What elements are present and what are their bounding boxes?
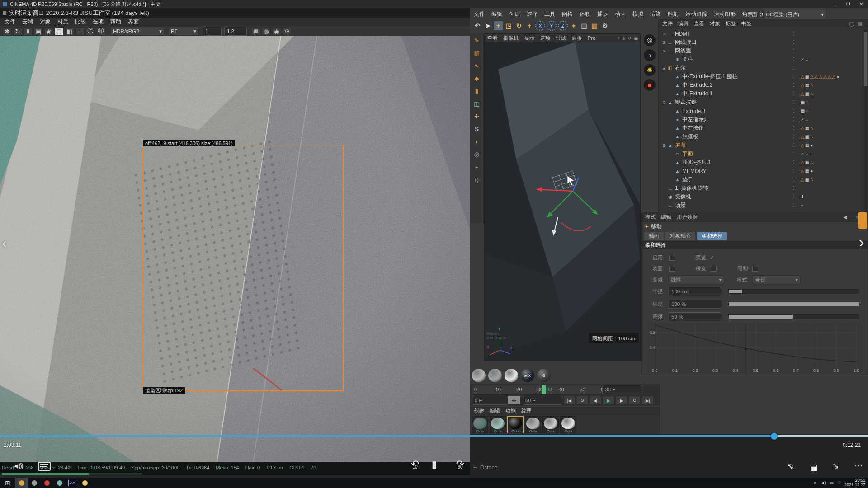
c4d-menu-item-1[interactable]: 编辑 [491,10,502,18]
tag-sgray-icon[interactable]: ● [836,75,839,79]
snapshot-icon[interactable]: ◉ [272,27,281,35]
c4d-menu-item-11[interactable]: 雕刻 [668,10,679,18]
taskbar-app-recorder[interactable] [41,478,53,488]
object-row-Extrude.3[interactable]: ▲Extrude.3⁚▦∴ [659,107,868,115]
taskbar-app-browser[interactable] [15,478,28,488]
octane-specular-material-button[interactable] [505,369,518,382]
tag-cross-icon[interactable]: ▦ [805,178,809,182]
vp-menu-item-1[interactable]: 摄像机 [503,35,519,42]
expand-icon[interactable]: ⊟ [661,66,667,70]
pause-button[interactable]: Ⅱ [432,460,437,472]
object-row-键盘按键[interactable]: ⊟▲键盘按键⁚▦∴ [659,98,868,107]
visibility-dots[interactable]: ⁚ [788,31,800,37]
mode-dropdown[interactable]: 全部▾ [753,275,801,284]
om-menu-item-5[interactable]: 书签 [741,20,752,27]
goto-start-button[interactable]: |◀ [563,396,575,405]
frame-step-buttons[interactable]: ◂ ▸ [507,396,521,405]
vp-menu-item-3[interactable]: 选项 [540,35,551,42]
tag-tri-icon[interactable]: △ [801,92,804,96]
scale-tool-icon[interactable]: ◳ [504,21,513,30]
c4d-menu-item-9[interactable]: 模拟 [632,10,643,18]
visibility-dots[interactable]: ⁚ [788,151,800,157]
visibility-dots[interactable]: ⁚ [788,177,800,183]
object-row-网线接口[interactable]: ⊞∟网线接口⁚ [659,38,868,47]
loop-mode-button[interactable]: ↻ [576,396,588,405]
carousel-prev-icon[interactable]: ‹ [2,234,7,252]
oct-menu-item-0[interactable]: 文件 [5,18,15,26]
viewport-corner-icon-1[interactable]: ⤓ [623,35,625,41]
surface-checkbox[interactable] [669,266,675,272]
volume-icon[interactable]: ◄))) [13,462,23,469]
tag-check-icon[interactable]: ✓ [801,57,804,62]
tag-tri-icon[interactable]: △ [823,75,827,79]
c4d-menu-item-2[interactable]: 创建 [509,10,520,18]
viewport-corner-icon-3[interactable]: ▣ [634,36,638,41]
grab-tool-icon[interactable]: ✣ [472,111,482,121]
mat-menu-item-1[interactable]: 编辑 [490,408,500,414]
tag-sblack-icon[interactable]: ● [809,152,812,156]
visibility-dots[interactable]: ⁚ [788,91,800,97]
object-row-中右按钮[interactable]: ▲中右按钮⁚△▦∴ [659,124,868,132]
tag-tri-icon[interactable]: △ [810,75,814,79]
current-frame-field[interactable]: 33 F [602,385,642,394]
kernel-dropdown[interactable]: PT▾ [168,27,199,36]
material-thumb-2[interactable]: Octa [507,416,524,433]
subtitle-icon[interactable] [38,462,51,471]
interface-dropdown[interactable]: OC渲染 (用户)▾ [763,10,826,19]
oct-menu-item-7[interactable]: 界面 [128,18,139,26]
tag-check-icon[interactable]: ✓ [801,117,804,122]
lock-icon[interactable]: ◍ [262,27,271,35]
focus-picker-icon[interactable]: Ⓕ [86,27,95,36]
tray-icon-0[interactable]: ∧ [813,480,816,485]
taskbar-app-teal[interactable] [53,478,66,488]
c4d-menu-item-3[interactable]: 选择 [527,10,538,18]
vp-menu-item-4[interactable]: 过滤 [556,35,566,42]
maximize-button[interactable]: ❐ [842,1,854,7]
spline-icon[interactable]: ∿ [472,61,482,70]
object-row-HDMI[interactable]: ⊞∟HDMI⁚ [659,29,868,38]
viewport-3d-scene[interactable] [485,42,640,361]
magnet-tool-icon[interactable]: ◎ [472,149,482,159]
select-tool-icon[interactable]: ➤ [483,21,492,30]
object-row-屏幕[interactable]: ⊟▲屏幕⁚△▦● [659,141,868,150]
tag-cross-icon[interactable]: ▦ [805,75,809,79]
object-manager-scrollbar[interactable] [864,29,867,218]
tag-dots-icon[interactable]: ∴ [810,135,813,139]
radius-slider[interactable] [728,289,859,294]
eraser-checkbox[interactable] [711,266,717,272]
object-row-中-Extrude.1[interactable]: ▲中-Extrude.1⁚△▦∴ [659,89,868,98]
tag-tri-icon[interactable]: △ [801,126,804,131]
om-menu-item-4[interactable]: 标签 [726,20,736,27]
timeline-playhead[interactable] [542,385,546,394]
c4d-menu-item-13[interactable]: 运动图形 [714,10,736,18]
keyboard-icon[interactable]: ▤ [810,463,817,472]
brackets-icon[interactable]: () [472,174,482,184]
tag-cross-icon[interactable]: ▦ [801,109,805,113]
visibility-dots[interactable]: ⁚ [788,48,800,54]
c4d-menu-item-4[interactable]: 工具 [544,10,555,18]
end-frame-field[interactable]: 60 F [523,396,562,405]
tag-cross-icon[interactable]: ▦ [801,100,805,105]
soft-selection-section[interactable]: 柔和选择 [642,241,868,249]
c4d-menu-item-7[interactable]: 捕捉 [597,10,608,18]
object-row-网线盖[interactable]: ⊞∟网线盖⁚ [659,47,868,55]
video-progress-handle[interactable] [771,433,778,440]
octane-settings-button[interactable]: ⚙ [537,369,551,382]
object-row-摄像机[interactable]: ◉摄像机⁚✛ [659,192,868,201]
tag-target-icon[interactable]: ✛ [801,195,804,199]
carousel-next-icon[interactable]: › [859,233,864,251]
tag-tri-icon[interactable]: △ [801,160,804,165]
tag-dots-icon[interactable]: ∴ [810,178,813,182]
octane-target-icon[interactable]: ◎ [644,34,656,46]
tag-dots-icon[interactable]: ∴ [806,100,808,105]
coord-system-icon[interactable]: ⌖ [569,21,578,30]
material-thumb-5[interactable]: Octa [560,416,576,433]
tag-tri-icon[interactable]: △ [801,169,804,174]
tag-tri-icon[interactable]: △ [815,75,818,79]
cycle-button[interactable]: ↺ [629,396,641,405]
axis-y-button[interactable]: Y [547,21,557,31]
start-button[interactable]: ⊞ [0,479,15,487]
timeline-ruler[interactable]: 010203040506033 [472,385,601,395]
tag-tri-icon[interactable]: △ [819,75,823,79]
om-menu-item-0[interactable]: 文件 [662,20,673,27]
